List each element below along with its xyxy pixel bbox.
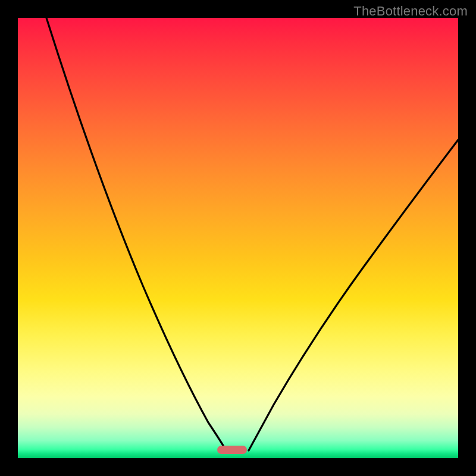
plot-area: [18, 18, 458, 458]
watermark-text: TheBottleneck.com: [353, 4, 468, 19]
right-curve: [249, 140, 458, 450]
minimum-marker: [217, 446, 247, 454]
left-curve: [46, 18, 226, 450]
curves-layer: [18, 18, 458, 458]
